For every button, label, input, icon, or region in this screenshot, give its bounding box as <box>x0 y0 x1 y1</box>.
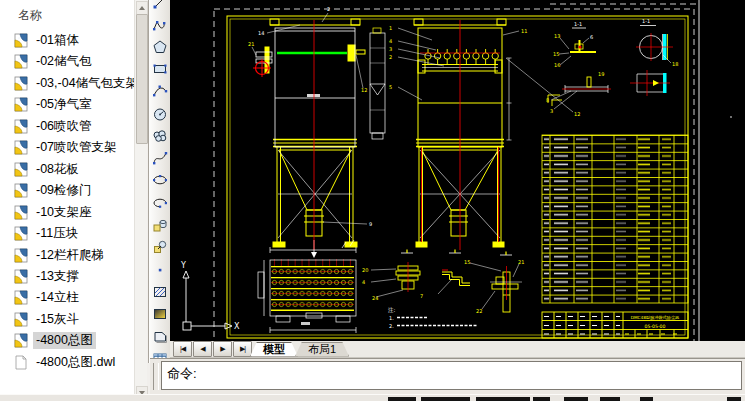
callout-label: 13 <box>554 33 560 39</box>
rectangle-icon <box>152 61 168 77</box>
point-tool-button[interactable] <box>151 260 169 280</box>
scrollbar-up-button[interactable] <box>136 1 148 15</box>
file-item[interactable]: -06喷吹管 <box>12 116 95 136</box>
dwg-file-icon <box>12 54 29 69</box>
file-item[interactable]: -07喷吹管支架 <box>12 137 120 157</box>
file-list-header-name[interactable]: 名称 <box>18 7 42 24</box>
callout-label: 4 <box>362 279 365 285</box>
ucs-y-label: Y <box>180 261 186 270</box>
title-block[interactable]: DMC48型脉冲袋式除尘器 05-05-00 <box>542 312 688 338</box>
status-toggle-button[interactable] <box>421 397 470 401</box>
up-arrow-icon <box>139 6 145 10</box>
file-item[interactable]: -14立柱 <box>12 287 82 307</box>
spline-tool-button[interactable] <box>151 148 169 168</box>
command-window: 命令: <box>150 358 745 394</box>
file-item[interactable]: -15灰斗 <box>12 309 82 329</box>
status-toggle-button[interactable] <box>564 397 588 401</box>
dwg-file-icon <box>12 290 29 305</box>
callout-label: 12 <box>574 111 580 117</box>
file-item[interactable]: -01箱体 <box>12 30 82 50</box>
command-prompt[interactable]: 命令: <box>162 362 741 386</box>
dwg-file-icon <box>12 226 29 241</box>
file-item[interactable]: -02储气包 <box>12 51 95 71</box>
dwg-file-icon <box>12 119 29 134</box>
note-2: 2. <box>389 323 394 329</box>
prev-tab-button[interactable]: ◀ <box>193 341 212 357</box>
polyline-tool-button[interactable] <box>151 14 169 34</box>
ladder[interactable] <box>370 28 385 139</box>
ucs-x-label: X <box>234 322 240 331</box>
ellipse-tool-button[interactable] <box>151 170 169 190</box>
callout-label: 16 <box>554 62 560 68</box>
file-item-selected[interactable]: -4800总图 <box>12 330 96 350</box>
polygon-icon <box>152 39 168 55</box>
polyline-icon <box>152 16 168 32</box>
insert-block-tool-button[interactable] <box>151 215 169 235</box>
file-item[interactable]: -11压块 <box>12 223 81 243</box>
file-item[interactable]: -08花板 <box>12 159 82 179</box>
status-bar <box>0 394 745 401</box>
status-toggle-button[interactable] <box>533 397 550 401</box>
detail-pipe-section[interactable] <box>396 250 420 293</box>
circle-icon <box>152 106 168 122</box>
file-item-label: -09检修门 <box>33 182 95 199</box>
layout-tab-bar: |◀ ◀ ▶ ▶| 模型 布局1 <box>170 341 745 358</box>
last-tab-button[interactable]: ▶| <box>233 341 252 357</box>
status-toggle-button[interactable] <box>640 397 653 401</box>
detail-flange-section[interactable] <box>630 70 670 96</box>
command-input-area[interactable]: 命令: <box>161 361 742 390</box>
file-item[interactable]: -13支撑 <box>12 266 82 286</box>
scrollbar-thumb[interactable] <box>136 14 148 144</box>
pulse-valves[interactable] <box>425 49 499 65</box>
arc-tool-button[interactable] <box>151 81 169 101</box>
file-item[interactable]: -03,-04储气包支架 <box>12 73 141 93</box>
tube-sheet-detail[interactable] <box>258 240 356 333</box>
file-item[interactable]: -09检修门 <box>12 180 95 200</box>
first-tab-button[interactable]: |◀ <box>173 341 192 357</box>
revision-cloud-tool-button[interactable] <box>151 126 169 146</box>
file-item[interactable]: -05净气室 <box>12 94 95 114</box>
detail-flange-circle[interactable] <box>636 26 673 62</box>
ellipse-arc-tool-button[interactable] <box>151 193 169 213</box>
make-block-tool-button[interactable] <box>151 237 169 257</box>
file-item[interactable]: -12栏杆爬梯 <box>12 245 107 265</box>
file-item[interactable]: -10支架座 <box>12 202 95 222</box>
model-space-canvas[interactable]: DMC48型脉冲袋式除尘器 05-05-00 注: 1. 2. 14 2 21 … <box>170 0 745 341</box>
hatch-tool-button[interactable] <box>151 282 169 302</box>
status-toggle-button[interactable] <box>727 397 741 401</box>
status-toggle-button[interactable] <box>388 397 416 401</box>
tab-model[interactable]: 模型 <box>250 342 298 357</box>
callout-label: 3 <box>550 108 553 114</box>
callout-label: 9 <box>369 221 372 227</box>
file-item[interactable]: -4800总图.dwl <box>12 352 118 372</box>
file-panel-scrollbar[interactable] <box>134 0 147 401</box>
callout-label: 12 <box>361 87 367 93</box>
status-toggle-button[interactable] <box>600 397 620 401</box>
line-tool-button[interactable] <box>151 0 169 12</box>
next-tab-button[interactable]: ▶ <box>213 341 232 357</box>
status-toggle-button[interactable] <box>476 397 530 401</box>
ucs-icon: X Y <box>180 261 240 331</box>
rectangle-tool-button[interactable] <box>151 59 169 79</box>
side-view[interactable] <box>414 19 512 250</box>
front-view[interactable] <box>253 19 365 258</box>
cad-drawing[interactable]: DMC48型脉冲袋式除尘器 05-05-00 注: 1. 2. 14 2 21 … <box>170 0 745 341</box>
detail-beam[interactable] <box>548 77 611 106</box>
bom-table[interactable] <box>542 135 688 303</box>
callout-label: 7 <box>420 293 423 299</box>
dwg-file-icon <box>12 248 29 263</box>
file-item-label: -07喷吹管支架 <box>33 139 120 156</box>
command-window-drag-handle[interactable] <box>153 363 159 390</box>
detail-step-bracket[interactable] <box>442 250 470 286</box>
region-tool-button[interactable] <box>151 327 169 347</box>
polygon-tool-button[interactable] <box>151 37 169 57</box>
file-item-label: -12栏杆爬梯 <box>33 247 107 264</box>
tab-layout1[interactable]: 布局1 <box>295 342 349 357</box>
callout-label: 4 <box>389 38 392 44</box>
circle-tool-button[interactable] <box>151 104 169 124</box>
callout-label: 11 <box>521 28 527 34</box>
file-item-label: -15灰斗 <box>33 311 82 328</box>
ellipse-icon <box>152 172 168 188</box>
detail-bracket-a[interactable] <box>570 28 596 52</box>
gradient-tool-button[interactable] <box>151 304 169 324</box>
